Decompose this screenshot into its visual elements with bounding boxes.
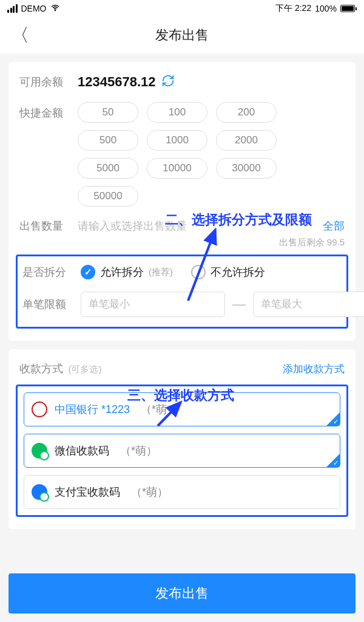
limit-row: 单笔限额 — <box>25 292 339 317</box>
payment-hint: (可多选) <box>68 364 101 374</box>
quick-amount-chip[interactable]: 30000 <box>216 158 277 179</box>
add-payment-button[interactable]: 添加收款方式 <box>283 362 345 376</box>
quantity-row: 出售数量 全部 <box>19 219 345 233</box>
payment-option[interactable]: 中国银行 *1223（*萌） <box>24 392 340 426</box>
payment-option-main: 支付宝收款码 <box>55 485 120 499</box>
quick-amount-chip[interactable]: 50000 <box>78 186 138 207</box>
quick-amount-chip[interactable]: 200 <box>216 102 277 123</box>
quick-amount-chip[interactable]: 100 <box>147 102 207 123</box>
svg-point-0 <box>55 10 55 10</box>
payment-option-sub: （*萌） <box>120 443 157 458</box>
payment-panel: 收款方式 (可多选) 添加收款方式 中国银行 *1223（*萌）微信收款码（*萌… <box>8 349 356 529</box>
radio-unchecked-icon <box>191 265 206 279</box>
bank-icon <box>32 402 47 417</box>
balance-row: 可用余额 12345678.12 <box>19 74 345 90</box>
back-button[interactable]: 〈 <box>11 26 29 44</box>
status-left: DEMO <box>7 3 60 15</box>
limit-dash: — <box>232 296 246 312</box>
payment-option[interactable]: 支付宝收款码（*萌） <box>24 475 340 509</box>
limit-max-input[interactable] <box>253 292 364 317</box>
quantity-input[interactable] <box>78 220 317 233</box>
limit-min-input[interactable] <box>81 292 225 317</box>
quick-amount-chip[interactable]: 5000 <box>78 158 138 179</box>
payment-header: 收款方式 (可多选) 添加收款方式 <box>19 361 345 376</box>
status-right: 下午 2:22 100% <box>275 3 357 14</box>
status-bar: DEMO 下午 2:22 100% <box>0 0 364 17</box>
battery-percent: 100% <box>315 4 337 13</box>
quick-amount-chip[interactable]: 2000 <box>216 130 277 151</box>
radio-disallow-split[interactable]: 不允许拆分 <box>191 265 265 279</box>
carrier-label: DEMO <box>21 4 47 13</box>
radio-checked-icon <box>81 265 95 279</box>
payment-option-main: 微信收款码 <box>55 443 109 458</box>
wechat-icon <box>32 443 47 459</box>
payment-option-main: 中国银行 *1223 <box>55 402 130 417</box>
radio-allow-label: 允许拆分 <box>100 265 144 279</box>
limit-label: 单笔限额 <box>22 297 81 312</box>
selected-corner-icon <box>326 412 340 426</box>
radio-allow-rec: (推荐) <box>149 267 173 278</box>
clock-label: 下午 2:22 <box>275 3 311 14</box>
wifi-icon <box>50 3 60 15</box>
page-title: 发布出售 <box>155 26 209 44</box>
quick-amount-row: 快捷金额 50100200500100020005000100003000050… <box>19 102 345 207</box>
signal-icon <box>7 4 18 13</box>
nav-header: 〈 发布出售 <box>0 17 364 53</box>
quick-amount-chips: 50100200500100020005000100003000050000 <box>78 102 345 207</box>
payment-list-highlight-box: 中国银行 *1223（*萌）微信收款码（*萌）支付宝收款码（*萌） <box>16 384 348 517</box>
quantity-all-button[interactable]: 全部 <box>323 219 345 233</box>
submit-button[interactable]: 发布出售 <box>8 573 356 613</box>
selected-corner-icon <box>326 454 340 467</box>
quantity-label: 出售数量 <box>19 219 78 233</box>
split-limit-highlight-box: 是否拆分 允许拆分(推荐) 不允许拆分 单笔限额 — <box>16 255 348 329</box>
refresh-icon[interactable] <box>161 74 175 90</box>
after-sell-remaining: 出售后剩余 99.5 <box>19 237 345 248</box>
quick-amount-label: 快捷金额 <box>19 102 78 120</box>
payment-option-sub: （*萌） <box>141 402 178 417</box>
alipay-icon <box>32 484 47 500</box>
payment-option[interactable]: 微信收款码（*萌） <box>24 434 340 468</box>
payment-option-sub: （*萌） <box>131 485 168 499</box>
balance-label: 可用余额 <box>19 75 78 89</box>
payment-label: 收款方式 <box>19 363 63 375</box>
quick-amount-chip[interactable]: 1000 <box>147 130 207 151</box>
radio-disallow-label: 不允许拆分 <box>211 265 265 279</box>
quick-amount-chip[interactable]: 500 <box>78 130 138 151</box>
split-label: 是否拆分 <box>22 265 81 279</box>
sell-form-panel: 可用余额 12345678.12 快捷金额 501002005001000200… <box>8 62 356 341</box>
battery-icon <box>340 5 357 12</box>
split-row: 是否拆分 允许拆分(推荐) 不允许拆分 <box>25 265 339 279</box>
radio-allow-split[interactable]: 允许拆分(推荐) <box>81 265 173 279</box>
balance-value: 12345678.12 <box>78 74 155 90</box>
quick-amount-chip[interactable]: 50 <box>78 102 138 123</box>
quick-amount-chip[interactable]: 10000 <box>147 158 207 179</box>
